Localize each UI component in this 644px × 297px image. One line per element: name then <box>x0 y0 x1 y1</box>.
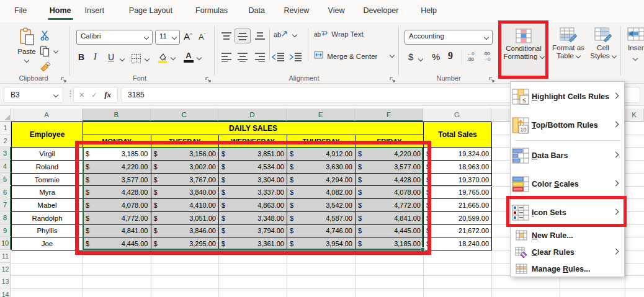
cell-F5[interactable]: $4,428.00 <box>356 174 424 187</box>
cell-B3[interactable]: $3,185.00 <box>83 148 151 161</box>
cell-E6[interactable]: $4,082.00 <box>287 187 356 200</box>
insert-cells-button[interactable]: Insert <box>624 24 644 78</box>
cell-E7[interactable]: $3,542.00 <box>287 199 356 212</box>
cell-F8[interactable]: $4,841.00 <box>356 212 424 225</box>
merge-center-button[interactable]: Merge & Center <box>314 51 377 60</box>
number-dialog-launcher-icon[interactable] <box>488 76 495 83</box>
accounting-dropdown-icon[interactable] <box>418 57 423 62</box>
row-header-11[interactable]: 11 <box>0 250 11 263</box>
cell-F3[interactable]: $4,220.00 <box>356 148 424 161</box>
row-header-3[interactable]: 3 <box>0 147 11 160</box>
cell-C9[interactable]: $3,846.00 <box>151 225 220 238</box>
menu-item-clear-rules[interactable]: Clear Rules <box>511 244 624 260</box>
cell-A7[interactable]: Mabel <box>12 199 83 212</box>
cell-B4[interactable]: $4,220.00 <box>83 161 151 174</box>
cell-C6[interactable]: $3,840.00 <box>151 187 220 200</box>
cell-G7[interactable]: $21,665.00 <box>424 199 492 212</box>
cell-A4[interactable]: Roland <box>12 161 83 174</box>
cell-F4[interactable]: $3,577.00 <box>356 161 424 174</box>
cell-A9[interactable]: Phyllis <box>12 225 83 238</box>
cell-B8[interactable]: $4,772.00 <box>83 212 151 225</box>
orientation-dropdown-icon[interactable] <box>292 33 297 38</box>
decrease-decimal-button[interactable]: .00→0 <box>483 51 490 62</box>
tab-formulas[interactable]: Formulas <box>187 0 236 22</box>
cell-G6[interactable]: $19,765.00 <box>424 187 492 200</box>
decrease-indent-button[interactable] <box>272 52 285 64</box>
cell-G4[interactable]: $18,963.00 <box>424 161 492 174</box>
orientation-button[interactable]: ab <box>274 30 288 38</box>
wrap-text-button[interactable]: ab Wrap Text <box>314 30 364 38</box>
conditional-formatting-button[interactable]: Conditional Formatting <box>501 24 546 78</box>
tab-developer[interactable]: Developer <box>355 0 406 22</box>
column-header-F[interactable]: F <box>355 109 423 122</box>
clipboard-dialog-launcher-icon[interactable] <box>60 76 67 83</box>
shrink-font-button[interactable]: Aˇ <box>199 32 205 42</box>
align-left-button[interactable] <box>220 52 233 64</box>
row-header-8[interactable]: 8 <box>0 211 11 224</box>
cell-E9[interactable]: $4,746.00 <box>287 225 356 238</box>
row-header-9[interactable]: 9 <box>0 224 11 237</box>
copy-dropdown-icon[interactable] <box>53 49 58 54</box>
cell-B9[interactable]: $4,841.00 <box>83 225 151 238</box>
row-header-14[interactable]: 14 <box>0 288 11 297</box>
cell-A10[interactable]: Joe <box>12 237 83 250</box>
underline-button[interactable]: U <box>108 52 114 62</box>
paste-button[interactable]: Paste <box>14 27 40 74</box>
cell-B10[interactable]: $4,445.00 <box>83 237 151 250</box>
font-name-combo[interactable]: Calibri <box>76 30 153 45</box>
cell-D4[interactable]: $4,534.00 <box>219 161 287 174</box>
cell-C7[interactable]: $4,410.00 <box>151 199 220 212</box>
row-header-7[interactable]: 7 <box>0 198 11 211</box>
cell-A8[interactable]: Randolph <box>12 212 83 225</box>
name-box[interactable]: B3 <box>4 87 63 103</box>
comma-style-button[interactable]: 9 <box>448 50 453 61</box>
header-cell-monday[interactable]: MONDAY <box>83 135 151 148</box>
tab-home[interactable]: Home <box>42 0 79 22</box>
cell-E3[interactable]: $4,912.00 <box>287 148 356 161</box>
column-header-G[interactable]: G <box>423 109 491 122</box>
select-all-corner[interactable] <box>0 109 11 122</box>
menu-item-icon-sets[interactable]: Icon Sets <box>511 198 624 227</box>
cell-D6[interactable]: $3,337.00 <box>219 187 287 200</box>
cell-B5[interactable]: $3,577.00 <box>83 174 151 187</box>
italic-button[interactable]: I <box>94 52 97 62</box>
percent-style-button[interactable]: % <box>432 51 440 62</box>
row-header-10[interactable]: 10 <box>0 237 11 250</box>
menu-item-new-rule[interactable]: New Rule... <box>511 227 624 244</box>
cell-F10[interactable]: $3,185.00 <box>356 237 424 250</box>
header-cell-friday[interactable]: FRIDAY <box>356 135 424 148</box>
menu-item-data-bars[interactable]: Data Bars <box>511 141 624 170</box>
header-cell-employee[interactable]: Employee <box>12 122 83 148</box>
bottom-align-button[interactable] <box>254 31 266 43</box>
name-box-dropdown-icon[interactable] <box>53 93 58 98</box>
increase-indent-button[interactable] <box>289 52 303 64</box>
bold-button[interactable]: B <box>78 52 84 62</box>
tab-insert[interactable]: Insert <box>77 0 112 22</box>
cell-A3[interactable]: Virgil <box>12 148 83 161</box>
cell-D9[interactable]: $3,794.00 <box>219 225 287 238</box>
row-header-5[interactable]: 5 <box>0 173 11 186</box>
merge-center-dropdown-icon[interactable] <box>390 53 395 58</box>
cancel-icon[interactable]: ✕ <box>79 91 84 99</box>
cell-F9[interactable]: $4,445.00 <box>356 225 424 238</box>
column-header-B[interactable]: B <box>83 109 151 122</box>
format-as-table-button[interactable]: Format as Table <box>551 24 586 78</box>
header-cell-wednesday[interactable]: WEDNESDAY <box>219 135 287 148</box>
cell-E8[interactable]: $4,587.00 <box>287 212 356 225</box>
column-header-C[interactable]: C <box>151 109 219 122</box>
borders-button[interactable] <box>131 53 141 66</box>
header-cell-total-sales[interactable]: Total Sales <box>424 122 492 148</box>
number-format-dropdown-icon[interactable] <box>484 35 489 40</box>
fill-color-dropdown-icon[interactable] <box>171 56 176 61</box>
cut-button[interactable] <box>40 30 51 43</box>
row-header-12[interactable]: 12 <box>0 263 11 276</box>
cell-C5[interactable]: $3,767.00 <box>151 174 220 187</box>
grow-font-button[interactable]: A^ <box>184 31 192 42</box>
font-dialog-launcher-icon[interactable] <box>205 76 212 83</box>
cell-B6[interactable]: $4,428.00 <box>83 187 151 200</box>
font-size-combo[interactable]: 11 <box>155 30 180 45</box>
row-header-1[interactable]: 1 <box>0 122 11 135</box>
cell-G5[interactable]: $19,370.00 <box>424 174 492 187</box>
cell-C8[interactable]: $3,051.00 <box>151 212 220 225</box>
cell-D10[interactable]: $3,361.00 <box>219 237 287 250</box>
